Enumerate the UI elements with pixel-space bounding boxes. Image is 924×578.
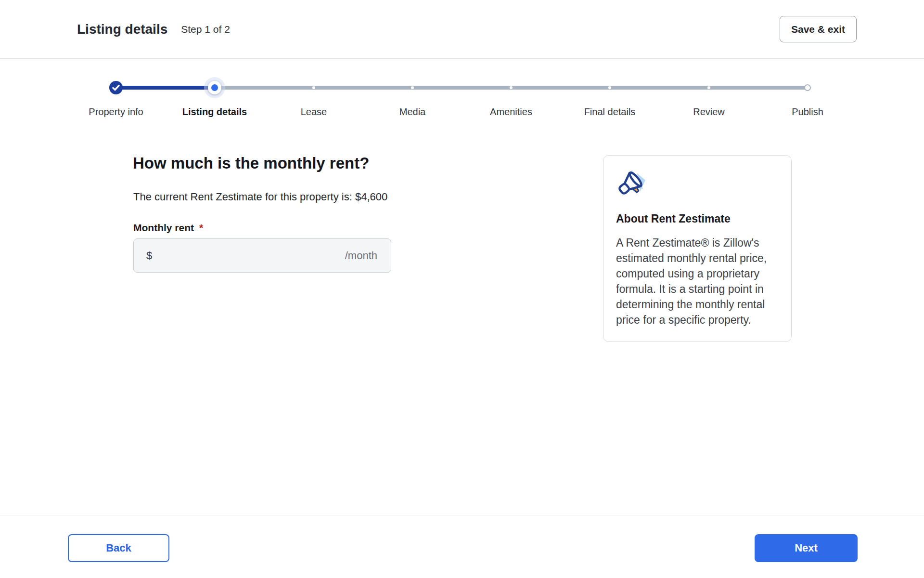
stepper-step-final-details[interactable]: Final details — [559, 75, 660, 118]
footer-divider — [0, 515, 924, 515]
step-label: Lease — [301, 106, 327, 118]
step-label: Amenities — [490, 106, 532, 118]
stepper-step-listing-details[interactable]: Listing details — [164, 75, 265, 118]
step-node-area — [362, 75, 463, 100]
top-bar: Listing details Step 1 of 2 Save & exit — [0, 0, 924, 59]
upcoming-step-dot-icon — [510, 86, 513, 89]
stepper-step-property-info[interactable]: Property info — [65, 75, 167, 118]
monthly-rent-input[interactable] — [157, 250, 340, 262]
step-node-area — [65, 75, 167, 100]
check-icon — [109, 81, 123, 94]
per-month-suffix: /month — [345, 250, 377, 262]
stepper-step-media[interactable]: Media — [362, 75, 463, 118]
step-node-area — [263, 75, 364, 100]
monthly-rent-label-row: Monthly rent* — [133, 222, 203, 234]
back-button[interactable]: Back — [68, 534, 169, 562]
monthly-rent-label: Monthly rent — [133, 222, 194, 233]
step-node-area — [164, 75, 265, 100]
stepper-step-amenities[interactable]: Amenities — [461, 75, 562, 118]
zestimate-note: The current Rent Zestimate for this prop… — [133, 191, 387, 203]
step-label: Final details — [584, 106, 636, 118]
monthly-rent-field: $ /month — [133, 238, 391, 273]
upcoming-step-dot-icon — [707, 86, 710, 89]
card-title: About Rent Zestimate — [616, 212, 779, 225]
end-step-ring-icon — [804, 84, 811, 91]
title-group: Listing details Step 1 of 2 — [77, 0, 230, 58]
step-node-area — [559, 75, 660, 100]
step-label: Publish — [792, 106, 823, 118]
next-button[interactable]: Next — [755, 534, 858, 562]
save-exit-button[interactable]: Save & exit — [780, 16, 857, 42]
upcoming-step-dot-icon — [411, 86, 414, 89]
step-label: Listing details — [182, 106, 247, 118]
stepper-step-review[interactable]: Review — [658, 75, 759, 118]
step-node-area — [757, 75, 858, 100]
rent-zestimate-card: About Rent Zestimate A Rent Zestimate® i… — [603, 155, 792, 342]
required-asterisk: * — [199, 222, 203, 233]
step-label: Media — [399, 106, 425, 118]
upcoming-step-dot-icon — [312, 86, 315, 89]
upcoming-step-dot-icon — [608, 86, 611, 89]
step-label: Review — [693, 106, 725, 118]
currency-prefix: $ — [146, 250, 152, 262]
current-step-dot-icon — [211, 84, 218, 91]
step-indicator: Step 1 of 2 — [181, 24, 230, 35]
step-node-area — [658, 75, 759, 100]
stepper-step-publish[interactable]: Publish — [757, 75, 858, 118]
step-node-area — [461, 75, 562, 100]
page-title: Listing details — [77, 22, 167, 37]
step-label: Property info — [89, 106, 143, 118]
question-heading: How much is the monthly rent? — [133, 154, 369, 172]
megaphone-icon — [616, 169, 647, 198]
stepper-step-lease[interactable]: Lease — [263, 75, 364, 118]
card-body-text: A Rent Zestimate® is Zillow's estimated … — [616, 235, 781, 328]
